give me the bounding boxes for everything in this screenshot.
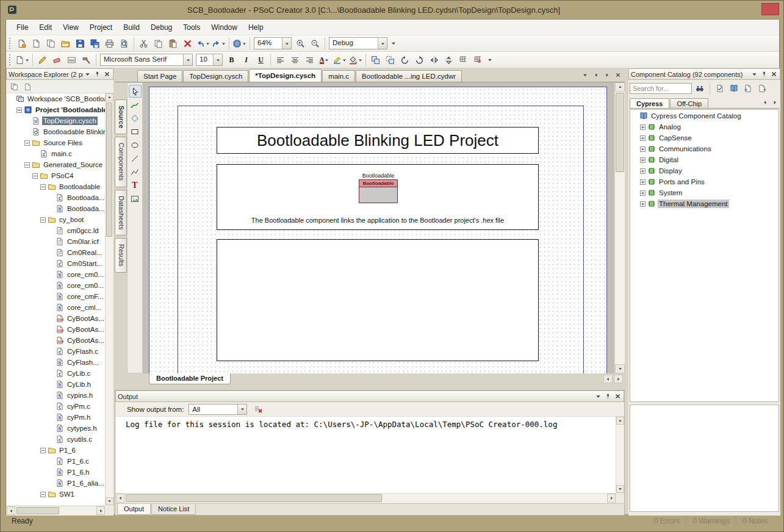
tree-item-p1-6[interactable]: −P1_6 [7, 445, 105, 456]
zoom-out-button[interactable] [308, 37, 322, 50]
schematic-title-box[interactable]: Bootloadable Blinking LED Project [217, 127, 539, 154]
tree-item-project-bootloadable[interactable]: −Project 'Bootloadable [7, 104, 105, 115]
tree-item-main-c[interactable]: cmain.c [7, 148, 105, 159]
flip-horizontal-button[interactable] [427, 53, 441, 66]
menu-project[interactable]: Project [84, 21, 118, 34]
sheet-next-button[interactable] [614, 375, 623, 383]
zoom-combo[interactable]: 64% [254, 37, 292, 49]
export-component-button[interactable] [756, 82, 768, 95]
tree-item-analog[interactable]: +Analog [630, 121, 779, 132]
doc-tab-main-c[interactable]: main.c [322, 70, 355, 82]
title-bar[interactable]: SCB_Bootloader - PSoC Creator 3.0 [C:\..… [1, 1, 783, 19]
tree-item-thermal-management[interactable]: +Thermal Management [630, 198, 779, 209]
highlight-color-button[interactable] [332, 53, 347, 66]
clear-output-button[interactable] [252, 403, 264, 415]
copy-button[interactable] [151, 37, 165, 50]
tree-item-cytypes-h[interactable]: hcytypes.h [7, 423, 105, 434]
doc-tab-topdesign-cysch[interactable]: *TopDesign.cysch [249, 69, 322, 82]
font-name-combo[interactable]: Microsoft Sans Serif [100, 54, 193, 66]
close-document-button[interactable] [614, 71, 622, 79]
auto-hide-pin-button[interactable] [603, 392, 612, 400]
auto-hide-pin-button[interactable] [760, 70, 768, 78]
tree-item-cypm-c[interactable]: ccyPm.c [7, 401, 105, 412]
expand-expander[interactable]: + [640, 168, 646, 174]
side-tab-source[interactable]: Source [115, 99, 127, 134]
schematic-component-box[interactable]: Bootloadable Bootloadable The Bootloadab… [217, 164, 539, 230]
find-button[interactable] [694, 82, 706, 95]
tree-item-cm0iar-icf[interactable]: Cm0Iar.icf [7, 236, 105, 247]
tree-item-p1-6-c[interactable]: cP1_6.c [7, 456, 105, 467]
tree-item-core-cml[interactable]: hcore_cml... [7, 302, 105, 313]
print-preview-button[interactable] [117, 37, 131, 50]
menu-debug[interactable]: Debug [145, 21, 178, 34]
zoom-in-button[interactable] [293, 37, 307, 50]
paste-button[interactable] [166, 37, 180, 50]
close-panel-button[interactable] [102, 70, 111, 78]
eraser-tool-button[interactable] [50, 53, 64, 66]
close-button[interactable] [761, 3, 779, 15]
tree-item-bootloada[interactable]: cBootloada... [7, 192, 105, 203]
rotate-right-button[interactable] [412, 53, 426, 66]
ellipse-tool-button[interactable] [129, 138, 142, 151]
repair-tool-button[interactable] [79, 53, 93, 66]
expand-expander[interactable]: + [640, 124, 646, 130]
tree-item-cm0start[interactable]: cCm0Start... [7, 258, 105, 269]
align-center-button[interactable] [288, 53, 302, 66]
scroll-down-button[interactable] [616, 485, 624, 493]
output-log[interactable]: Log file for this session is located at:… [116, 417, 616, 493]
scroll-track[interactable] [124, 494, 607, 503]
flip-vertical-button[interactable] [442, 53, 456, 66]
open-datasheet-button[interactable] [728, 82, 740, 95]
collapse-expander[interactable]: − [32, 173, 38, 179]
tree-item-p1-6-h[interactable]: hP1_6.h [7, 467, 105, 478]
tree-item-core-cm0[interactable]: hcore_cm0... [7, 280, 105, 291]
align-left-button[interactable] [273, 53, 287, 66]
side-tab-components[interactable]: Components [115, 137, 127, 187]
catalog-scroll-left-button[interactable] [761, 98, 769, 106]
output-vertical-scrollbar[interactable] [616, 417, 624, 493]
text-tool-button[interactable]: T [129, 179, 142, 192]
terminal-tool-button[interactable] [129, 112, 142, 124]
underline-button[interactable]: U [254, 53, 268, 66]
catalog-scroll-right-button[interactable] [771, 98, 779, 106]
scroll-left-button[interactable] [116, 494, 124, 503]
tree-item-cylib-c[interactable]: cCyLib.c [7, 368, 105, 379]
scroll-track[interactable] [616, 425, 624, 485]
save-all-button[interactable] [88, 37, 102, 50]
tree-item-sw1[interactable]: −SW1 [7, 489, 105, 500]
workspace-tree-vertical-scrollbar[interactable] [105, 93, 113, 505]
scroll-track[interactable] [615, 92, 625, 364]
tree-item-cypm-h[interactable]: hcyPm.h [7, 412, 105, 423]
menu-file[interactable]: File [11, 21, 34, 34]
tree-item-bootloadable[interactable]: −Bootloadable [7, 181, 105, 192]
tree-item-source-files[interactable]: −Source Files [7, 137, 105, 148]
properties-button[interactable] [21, 81, 34, 92]
sheet-previous-button[interactable] [603, 375, 613, 383]
auto-hide-pin-button[interactable] [93, 70, 101, 78]
scroll-down-button[interactable] [106, 497, 113, 505]
redo-button[interactable] [211, 37, 226, 50]
configuration-combo[interactable]: Debug [329, 37, 387, 49]
scroll-track[interactable] [106, 101, 113, 497]
align-to-grid-button[interactable] [456, 53, 470, 66]
expand-expander[interactable]: + [640, 135, 646, 141]
expand-expander[interactable]: + [640, 146, 646, 152]
tree-item-core-cm0[interactable]: hcore_cm0... [7, 269, 105, 280]
tree-item-cm0real[interactable]: Cm0Real... [7, 247, 105, 258]
menu-view[interactable]: View [57, 21, 84, 34]
tree-item-bootloadable-blinking[interactable]: Bootloadable Blinking [7, 126, 105, 137]
schematic-canvas[interactable]: Bootloadable Blinking LED Project Bootlo… [143, 82, 614, 373]
menu-tools[interactable]: Tools [178, 21, 206, 34]
bold-button[interactable]: B [225, 53, 239, 66]
menu-help[interactable]: Help [243, 21, 269, 34]
group-button[interactable] [369, 53, 383, 66]
expand-expander[interactable]: + [640, 201, 646, 207]
chevron-down-icon[interactable] [282, 38, 291, 49]
expand-expander[interactable]: + [640, 190, 646, 196]
active-files-button[interactable] [581, 71, 589, 79]
snap-to-grid-button[interactable] [471, 53, 485, 66]
ungroup-button[interactable] [383, 53, 397, 66]
import-component-button[interactable] [742, 82, 754, 95]
scroll-down-button[interactable] [615, 364, 625, 373]
print-button[interactable] [102, 37, 117, 50]
